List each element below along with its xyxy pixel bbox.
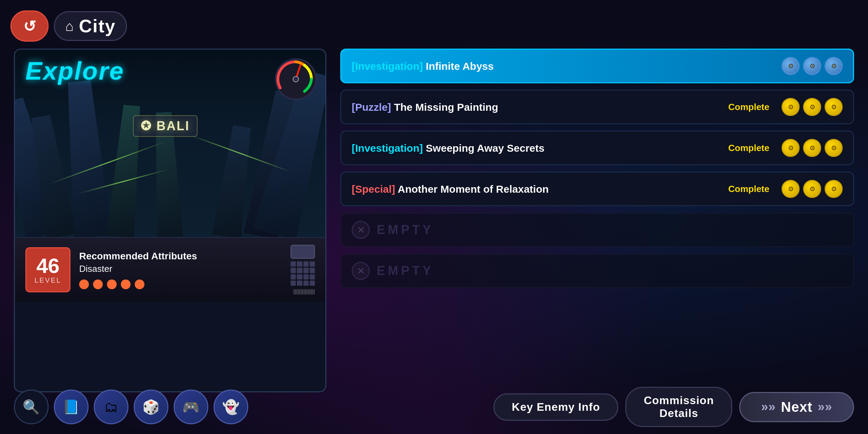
next-arrows-icon-right: »» (818, 400, 832, 414)
mission-text-4: [Special] Another Moment of Relaxation (352, 182, 721, 196)
mission-item-1[interactable]: [Investigation] Infinite Abyss ⊙ ⊙ ⊙ (340, 49, 854, 83)
mission-title-4: Another Moment of Relaxation (398, 183, 549, 195)
tool-button-6[interactable]: 👻 (214, 390, 248, 424)
mission-title-3: Sweeping Away Secrets (426, 142, 544, 154)
key-enemy-info-button[interactable]: Key Enemy Info (493, 393, 618, 421)
coin-1-3: ⊙ (825, 57, 843, 75)
mission-coins-1: ⊙ ⊙ ⊙ (782, 57, 843, 75)
empty-label-5: EMPTY (377, 223, 434, 237)
mission-item-5[interactable]: ✕ EMPTY (340, 212, 854, 247)
home-icon: ⌂ (65, 18, 74, 34)
mission-item-2[interactable]: [Puzzle] The Missing Painting Complete ⊙… (340, 90, 854, 124)
next-label: Next (781, 399, 812, 415)
coin-4-2: ⊙ (803, 180, 821, 198)
empty-label-6: EMPTY (377, 264, 434, 278)
info-bar: 46 LEVEL Recommended Attributes Disaster (15, 237, 325, 302)
level-badge: 46 LEVEL (25, 247, 70, 292)
next-arrows-icon: »» (761, 400, 776, 414)
dot-3 (107, 279, 117, 289)
mission-text-3: [Investigation] Sweeping Away Secrets (352, 141, 721, 155)
complete-badge-2: Complete (728, 102, 769, 112)
barcode-text: ||||||||||||||| (293, 289, 315, 295)
recommended-attributes-label: Recommended Attributes (79, 251, 282, 262)
key-enemy-info-label: Key Enemy Info (512, 401, 600, 413)
coin-3-3: ⊙ (825, 139, 843, 157)
barcode-area: ||||||||||||||| (291, 245, 315, 295)
coin-4-3: ⊙ (825, 180, 843, 198)
coin-2-2: ⊙ (803, 98, 821, 116)
main-content: ✪ BALI Explore (14, 49, 854, 392)
grid-icon (291, 261, 315, 286)
dot-5 (135, 279, 144, 289)
tool-button-4[interactable]: 🎲 (134, 390, 168, 424)
mission-item-6[interactable]: ✕ EMPTY (340, 253, 854, 288)
tool-icons: 🔍 📘 🗂 🎲 🎮 👻 (14, 390, 248, 424)
mission-text-1: [Investigation] Infinite Abyss (352, 59, 775, 73)
back-button[interactable]: ↺ (10, 10, 49, 42)
search-tool-button[interactable]: 🔍 (14, 390, 49, 424)
info-details: Recommended Attributes Disaster (79, 251, 282, 289)
mission-tag-3: [Investigation] (352, 142, 423, 154)
disaster-label: Disaster (79, 264, 282, 274)
coin-3-2: ⊙ (803, 139, 821, 157)
tool-button-2[interactable]: 📘 (54, 390, 89, 424)
status-dots (79, 279, 282, 289)
mission-text-2: [Puzzle] The Missing Painting (352, 100, 721, 114)
top-navigation: ↺ ⌂ City (10, 10, 127, 42)
empty-x-5: ✕ (352, 221, 370, 239)
bottom-toolbar: 🔍 📘 🗂 🎲 🎮 👻 Key Enemy Info CommissionDet… (14, 387, 854, 427)
empty-x-6: ✕ (352, 262, 370, 280)
complete-badge-4: Complete (728, 184, 769, 194)
svg-point-2 (293, 76, 299, 82)
mission-title-1: Infinite Abyss (426, 60, 494, 72)
mission-tag-1: [Investigation] (352, 60, 423, 72)
level-suffix: LEVEL (34, 276, 61, 284)
home-city-button[interactable]: ⌂ City (54, 11, 127, 41)
coin-4-1: ⊙ (782, 180, 800, 198)
dot-4 (121, 279, 131, 289)
coin-2-1: ⊙ (782, 98, 800, 116)
city-sign: ✪ BALI (133, 115, 198, 137)
dot-2 (93, 279, 103, 289)
mission-coins-2: ⊙ ⊙ ⊙ (782, 98, 843, 116)
mission-title-2: The Missing Painting (394, 101, 498, 113)
coin-1-2: ⊙ (803, 57, 821, 75)
coin-3-1: ⊙ (782, 139, 800, 157)
coin-2-3: ⊙ (825, 98, 843, 116)
commission-details-button[interactable]: CommissionDetails (625, 387, 732, 427)
explore-image: ✪ BALI Explore (15, 50, 325, 237)
level-number: 46 (36, 256, 60, 276)
dot-1 (79, 279, 89, 289)
mission-coins-3: ⊙ ⊙ ⊙ (782, 139, 843, 157)
mission-item-4[interactable]: [Special] Another Moment of Relaxation C… (340, 172, 854, 206)
mini-icon (291, 245, 315, 259)
coin-1-1: ⊙ (782, 57, 800, 75)
mission-tag-4: [Special] (352, 183, 395, 195)
mission-item-3[interactable]: [Investigation] Sweeping Away Secrets Co… (340, 131, 854, 165)
mission-tag-2: [Puzzle] (352, 101, 391, 113)
explore-panel: ✪ BALI Explore (14, 49, 326, 392)
missions-panel: [Investigation] Infinite Abyss ⊙ ⊙ ⊙ [Pu… (340, 49, 854, 392)
explore-title: Explore (25, 57, 124, 85)
glow-line-1 (50, 141, 167, 184)
back-arrow-icon: ↺ (23, 17, 36, 35)
tool-button-5[interactable]: 🎮 (174, 390, 208, 424)
gauge-indicator (273, 57, 318, 102)
city-label: City (79, 16, 116, 36)
tool-button-3[interactable]: 🗂 (94, 390, 128, 424)
commission-details-label: CommissionDetails (644, 394, 714, 419)
next-button[interactable]: »» Next »» (739, 392, 854, 422)
mission-coins-4: ⊙ ⊙ ⊙ (782, 180, 843, 198)
complete-badge-3: Complete (728, 143, 769, 153)
